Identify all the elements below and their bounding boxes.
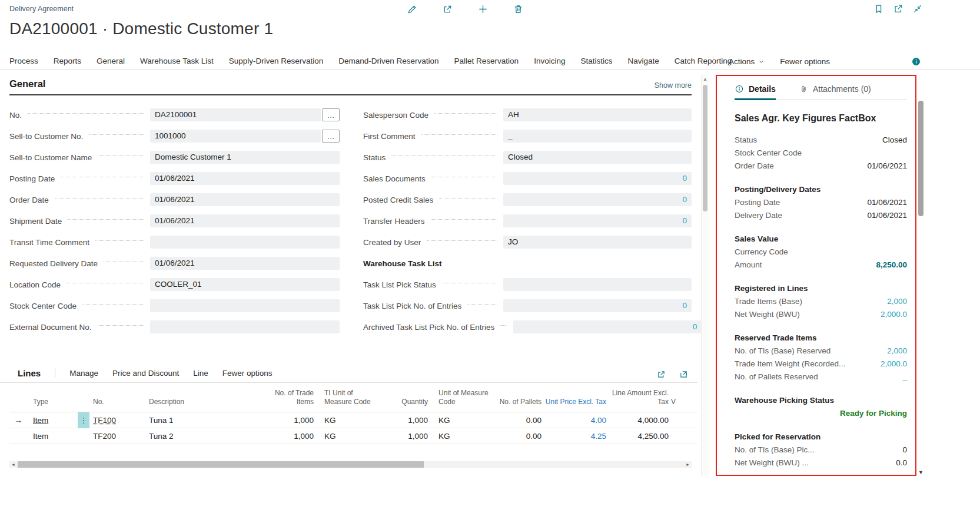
scroll-up-icon[interactable]: ▲: [702, 77, 709, 82]
page-vertical-scrollbar[interactable]: ▲: [701, 75, 709, 477]
factbox-field-value[interactable]: 8,250.00: [876, 260, 907, 269]
field-value[interactable]: COOLER_01: [150, 278, 340, 291]
scroll-left-icon[interactable]: ◄: [11, 461, 15, 468]
assist-edit-button[interactable]: …: [322, 108, 340, 121]
factbox-field-value[interactable]: 0.0: [896, 458, 907, 467]
field-value[interactable]: JO: [503, 236, 692, 249]
ribbon-menu-item[interactable]: Statistics: [580, 57, 612, 65]
field-value[interactable]: 0: [503, 299, 692, 312]
lines-menu-item[interactable]: Manage: [69, 369, 98, 378]
cell-unit-price[interactable]: 4.25: [544, 428, 609, 444]
cell-trade-items[interactable]: 1,000: [273, 428, 316, 444]
ribbon-menu-item[interactable]: Demand-Driven Reservation: [338, 57, 438, 65]
tab-details[interactable]: Details: [735, 84, 776, 94]
grid-column-header[interactable]: V: [671, 398, 692, 407]
share-icon[interactable]: [655, 368, 667, 380]
field-value[interactable]: [150, 299, 340, 312]
cell-pallets[interactable]: 0.00: [497, 428, 544, 444]
cell-ti-uom[interactable]: KG: [316, 412, 380, 428]
cell-pallets[interactable]: 0.00: [497, 412, 544, 428]
ribbon-menu-item[interactable]: Reports: [54, 57, 81, 65]
lines-menu-item[interactable]: Line: [193, 369, 208, 378]
field-value[interactable]: Domestic Customer 1: [150, 151, 340, 164]
row-menu-icon[interactable]: ⋮: [78, 412, 89, 428]
cell-quantity[interactable]: 1,000: [380, 428, 430, 444]
ribbon-menu-item[interactable]: Invoicing: [534, 57, 565, 65]
factbox-field-value[interactable]: 2,000.0: [881, 310, 907, 319]
grid-column-header[interactable]: Line Amount Excl. Tax: [609, 389, 671, 407]
horizontal-scrollbar[interactable]: ◄ ►: [9, 461, 692, 468]
field-value[interactable]: 01/06/2021: [150, 172, 340, 185]
field-value[interactable]: 0: [503, 214, 692, 227]
factbox-field-value[interactable]: 0: [902, 445, 907, 454]
factbox-field-value[interactable]: 01/06/2021: [867, 211, 907, 220]
cell-trade-items[interactable]: 1,000: [273, 412, 316, 428]
grid-column-header[interactable]: Quantity: [380, 398, 430, 407]
grid-column-header[interactable]: TI Unit of Measure Code: [316, 389, 380, 407]
grid-column-header[interactable]: Unit of Measure Code: [430, 389, 497, 407]
lines-menu-item[interactable]: Fewer options: [222, 369, 273, 378]
actions-menu[interactable]: Actions: [729, 57, 765, 66]
factbox-field-value[interactable]: Closed: [882, 135, 907, 144]
focus-mode-icon[interactable]: [677, 368, 689, 380]
collapse-icon[interactable]: [912, 3, 923, 15]
factbox-field-value[interactable]: 01/06/2021: [867, 198, 907, 207]
ribbon-menu-item[interactable]: Navigate: [627, 57, 659, 65]
field-value[interactable]: [150, 320, 340, 333]
grid-column-header[interactable]: Description: [149, 398, 273, 407]
ribbon-menu-item[interactable]: General: [97, 57, 125, 65]
field-value[interactable]: 0: [503, 193, 692, 206]
fewer-options-button[interactable]: Fewer options: [780, 57, 830, 66]
table-row[interactable]: Item TF200 Tuna 2 1,000 KG 1,000 KG 0.00…: [9, 428, 697, 444]
cell-line-amount[interactable]: 4,250.00: [609, 428, 671, 444]
open-in-new-window-icon[interactable]: [892, 3, 904, 15]
factbox-field-value[interactable]: 2,000: [887, 346, 907, 355]
info-icon[interactable]: [910, 55, 922, 67]
grid-column-header[interactable]: No.: [93, 398, 149, 407]
table-row[interactable]: → Item ⋮ TF100 Tuna 1 1,000 KG 1,000 KG …: [9, 412, 697, 428]
grid-column-header[interactable]: No. of Trade Items: [273, 389, 316, 407]
share-icon[interactable]: [441, 3, 453, 15]
cell-quantity[interactable]: 1,000: [380, 412, 430, 428]
field-value[interactable]: Closed: [503, 151, 692, 164]
field-value[interactable]: AH: [503, 108, 692, 121]
cell-type[interactable]: Item: [33, 412, 75, 428]
cell-variant[interactable]: [671, 428, 692, 444]
new-plus-icon[interactable]: [477, 3, 489, 15]
edit-pencil-icon[interactable]: [406, 3, 418, 15]
field-value[interactable]: 01/06/2021: [150, 193, 340, 206]
field-value[interactable]: 0: [513, 320, 702, 333]
grid-column-header[interactable]: No. of Pallets: [497, 398, 544, 407]
cell-description[interactable]: Tuna 1: [149, 412, 273, 428]
ribbon-menu-item[interactable]: Process: [9, 57, 38, 65]
field-value[interactable]: 0: [503, 172, 692, 185]
cell-variant[interactable]: [671, 412, 692, 428]
field-value[interactable]: 01/06/2021: [150, 214, 340, 227]
show-more-link[interactable]: Show more: [655, 81, 692, 90]
cell-no[interactable]: TF100: [93, 412, 149, 428]
cell-line-amount[interactable]: 4,000.00: [609, 412, 671, 428]
field-value[interactable]: 1001000: [150, 130, 321, 143]
factbox-field-value[interactable]: 01/06/2021: [867, 161, 907, 170]
factbox-scrollbar[interactable]: ▼: [918, 75, 924, 477]
cell-unit-price[interactable]: 4.00: [544, 412, 609, 428]
bookmark-icon[interactable]: [873, 3, 885, 15]
ribbon-menu-item[interactable]: Supply-Driven Reservation: [229, 57, 324, 65]
grid-column-header[interactable]: Unit Price Excl. Tax: [544, 398, 609, 407]
field-value[interactable]: _: [503, 130, 692, 143]
cell-type[interactable]: Item: [33, 428, 75, 444]
horizontal-scrollbar-thumb[interactable]: [18, 461, 424, 468]
factbox-field-value[interactable]: Ready for Picking: [840, 409, 907, 418]
ribbon-menu-item[interactable]: Warehouse Task List: [140, 57, 214, 65]
cell-description[interactable]: Tuna 2: [149, 428, 273, 444]
factbox-field-value[interactable]: _: [902, 372, 907, 381]
field-value[interactable]: 01/06/2021: [150, 257, 340, 270]
tab-attachments[interactable]: Attachments (0): [799, 84, 871, 94]
cell-uom[interactable]: KG: [430, 412, 497, 428]
delete-trash-icon[interactable]: [512, 3, 524, 15]
cell-no[interactable]: TF200: [93, 428, 149, 444]
scroll-down-icon[interactable]: ▼: [918, 469, 924, 475]
factbox-scrollbar-thumb[interactable]: [918, 101, 923, 216]
factbox-field-value[interactable]: 2,000: [887, 297, 907, 306]
field-value[interactable]: [503, 278, 692, 291]
